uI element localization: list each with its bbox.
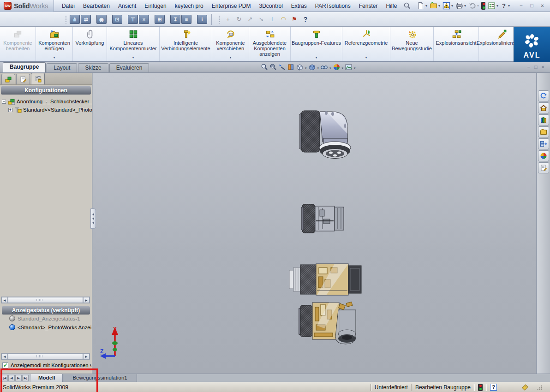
zoom-fit-icon[interactable] [261, 63, 269, 71]
tab-bewegungssimulation[interactable]: Bewegungssimulation1 [63, 374, 137, 382]
tab-skizze[interactable]: Skizze [78, 63, 108, 72]
model-connector-transparent-amber[interactable] [289, 258, 363, 301]
keytech-tool-5-button[interactable]: ⊤ [128, 15, 138, 24]
exploded-view-button[interactable]: Explosionsansicht [434, 27, 479, 61]
dropdown-arrow-icon[interactable] [107, 53, 159, 60]
mate-button[interactable]: Verknüpfung [73, 27, 107, 61]
sketch-arrow-ne-button[interactable]: ↗ [245, 14, 256, 24]
hide-show-items-icon[interactable] [320, 63, 328, 71]
tab-configurationmanager[interactable] [31, 73, 45, 84]
new-motion-study-button[interactable]: Neue Bewegungsstudie [390, 27, 434, 61]
model-connector-transparent-gray[interactable] [301, 201, 346, 237]
tab-layout[interactable]: Layout [47, 63, 77, 72]
menu-einfuegen[interactable]: Einfügen [140, 0, 170, 12]
tree-row-root[interactable]: Anordnung_-_Schlauchstecker_ [2, 97, 92, 106]
edit-component-button[interactable]: Komponente bearbeiten [0, 27, 36, 61]
display-states-scrollbar[interactable] [1, 353, 90, 360]
smart-fasteners-button[interactable]: Intelligente Verbindungselemente [160, 27, 212, 61]
doc-restore-button[interactable]: □ [534, 64, 538, 71]
warning-tool-button[interactable] [442, 1, 454, 10]
menu-enterprise-pdm[interactable]: Enterprise PDM [208, 0, 255, 12]
solidworks-resources-button[interactable] [538, 90, 549, 101]
dropdown-arrow-icon[interactable] [342, 53, 390, 60]
home-button[interactable] [538, 102, 549, 113]
tab-evaluieren[interactable]: Evaluieren [109, 63, 149, 72]
sketch-dome-button[interactable]: ◠ [278, 14, 289, 24]
keytech-tool-3-button[interactable]: ◉ [96, 15, 107, 24]
linear-component-pattern-button[interactable]: Lineares Komponentenmuster [107, 27, 160, 61]
prev-tab-icon[interactable]: ◀ [8, 375, 15, 381]
next-tab-icon[interactable]: ▶ [15, 375, 22, 381]
model-elbow-transparent-amber[interactable] [299, 298, 359, 349]
keytech-tool-6-button[interactable]: × [139, 15, 149, 24]
keytech-tool-2-button[interactable]: ⇄ [81, 15, 91, 24]
link-display-states-checkbox-row[interactable]: Anzeigemodi mit Konfigurationen verknüpf… [2, 362, 91, 369]
scroll-left-icon[interactable] [1, 297, 8, 303]
options-button[interactable] [487, 1, 499, 10]
sketch-flag-button[interactable]: ⚑ [289, 14, 300, 24]
move-component-button[interactable]: Komponente verschieben [212, 27, 249, 61]
menu-bearbeiten[interactable]: Bearbeiten [79, 0, 114, 12]
undo-button[interactable] [467, 1, 480, 10]
tab-baugruppe[interactable]: Baugruppe [3, 62, 46, 72]
show-hidden-components-button[interactable]: Ausgeblendete Komponenten anzeigen [249, 27, 291, 61]
dropdown-arrow-icon[interactable] [291, 53, 342, 60]
new-document-button[interactable] [416, 1, 428, 10]
traffic-light-button[interactable] [480, 1, 486, 10]
sketch-arrow-se-button[interactable]: ↘ [256, 14, 267, 24]
quick-tips-icon[interactable]: ? [490, 384, 497, 391]
help-button[interactable]: ? [500, 2, 511, 10]
dropdown-arrow-icon[interactable] [341, 64, 344, 71]
menu-hilfe[interactable]: Hilfe [382, 0, 401, 12]
scroll-left-icon[interactable] [1, 353, 8, 359]
doc-close-button[interactable]: × [542, 64, 544, 71]
keytech-tool-9-button[interactable]: ≡ [181, 15, 191, 24]
sketch-point-button[interactable]: + [222, 14, 233, 24]
menu-3dcontrol[interactable]: 3Dcontrol [255, 0, 287, 12]
graphics-viewport[interactable]: X Z [93, 73, 536, 374]
zoom-area-icon[interactable] [269, 63, 277, 71]
tab-propertymanager[interactable] [16, 74, 30, 84]
menu-ansicht[interactable]: Ansicht [114, 0, 140, 12]
first-tab-icon[interactable]: |◀ [1, 375, 8, 381]
custom-properties-button[interactable] [538, 162, 549, 173]
dropdown-arrow-icon[interactable] [305, 64, 307, 71]
toolbar-grip[interactable] [218, 15, 220, 24]
menu-datei[interactable]: Datei [58, 0, 79, 12]
open-button[interactable] [429, 1, 441, 10]
expand-icon[interactable] [8, 108, 12, 112]
menu-keytech-pro[interactable]: keytech pro [171, 0, 208, 12]
view-orientation-icon[interactable] [296, 63, 304, 71]
scroll-right-icon[interactable] [83, 353, 90, 359]
checkbox-checked-icon[interactable] [2, 362, 8, 368]
dropdown-arrow-icon[interactable] [212, 53, 249, 60]
sketch-anchor-button[interactable]: ⊥ [267, 14, 278, 24]
keytech-tool-7-button[interactable]: ⊞ [155, 15, 165, 24]
close-button[interactable]: × [538, 2, 546, 9]
display-state-item-1[interactable]: Standard_Anzeigestatus-1 [4, 315, 91, 322]
menu-partsolutions[interactable]: PARTsolutions [311, 0, 355, 12]
search-icon[interactable] [403, 2, 411, 10]
scrollbar-thumb[interactable] [8, 297, 83, 303]
menu-fenster[interactable]: Fenster [355, 0, 382, 12]
file-explorer-button[interactable] [538, 126, 549, 137]
dropdown-arrow-icon[interactable] [353, 64, 356, 71]
tag-icon[interactable] [521, 384, 529, 391]
appearances-button[interactable] [538, 150, 549, 161]
minimize-button[interactable]: – [517, 2, 525, 9]
previous-view-icon[interactable] [278, 63, 286, 71]
tab-modell[interactable]: Modell [30, 374, 63, 382]
menu-extras[interactable]: Extras [287, 0, 311, 12]
doc-minimize-button[interactable]: – [527, 64, 530, 71]
dropdown-arrow-icon[interactable] [317, 64, 320, 71]
keytech-tool-1-button[interactable]: ⋔ [70, 15, 80, 24]
toolbar-help-button[interactable]: ? [300, 14, 311, 24]
view-palette-button[interactable] [538, 138, 549, 149]
avl-panel[interactable]: AVL [514, 27, 550, 62]
maximize-button[interactable]: □ [528, 2, 536, 9]
model-elbow-connector-shaded[interactable] [299, 101, 352, 162]
keytech-tool-8-button[interactable]: ↧ [170, 15, 180, 24]
panel-collapse-handle[interactable] [90, 208, 96, 229]
keytech-info-button[interactable]: i [197, 15, 207, 24]
resize-grip[interactable] [537, 384, 543, 390]
